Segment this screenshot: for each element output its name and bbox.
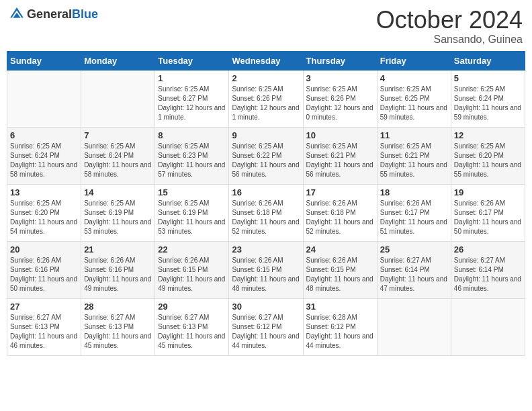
day-number: 19 (454, 187, 522, 197)
calendar-day-cell: 5Sunrise: 6:25 AMSunset: 6:24 PMDaylight… (451, 70, 525, 127)
calendar-day-cell (7, 70, 81, 127)
calendar-day-cell: 23Sunrise: 6:26 AMSunset: 6:15 PMDayligh… (229, 241, 303, 298)
day-number: 14 (84, 187, 152, 197)
day-number: 8 (158, 130, 226, 140)
day-info: Sunrise: 6:25 AMSunset: 6:20 PMDaylight:… (10, 199, 78, 236)
day-info: Sunrise: 6:28 AMSunset: 6:12 PMDaylight:… (306, 313, 374, 351)
day-info: Sunrise: 6:27 AMSunset: 6:14 PMDaylight:… (380, 256, 448, 293)
calendar-day-cell: 14Sunrise: 6:25 AMSunset: 6:19 PMDayligh… (81, 184, 155, 241)
day-number: 10 (306, 130, 374, 140)
day-number: 26 (454, 244, 522, 255)
calendar-day-cell: 30Sunrise: 6:27 AMSunset: 6:12 PMDayligh… (229, 298, 303, 355)
day-info: Sunrise: 6:26 AMSunset: 6:18 PMDaylight:… (232, 199, 300, 236)
calendar-day-cell: 6Sunrise: 6:25 AMSunset: 6:24 PMDaylight… (7, 127, 81, 184)
calendar-day-cell: 21Sunrise: 6:26 AMSunset: 6:16 PMDayligh… (81, 241, 155, 298)
day-info: Sunrise: 6:25 AMSunset: 6:24 PMDaylight:… (454, 85, 522, 122)
day-number: 5 (454, 73, 522, 83)
weekday-header: Monday (81, 51, 155, 70)
calendar-day-cell: 15Sunrise: 6:25 AMSunset: 6:19 PMDayligh… (155, 184, 229, 241)
day-info: Sunrise: 6:27 AMSunset: 6:13 PMDaylight:… (84, 313, 152, 351)
calendar-day-cell: 18Sunrise: 6:26 AMSunset: 6:17 PMDayligh… (377, 184, 451, 241)
calendar-day-cell: 8Sunrise: 6:25 AMSunset: 6:23 PMDaylight… (155, 127, 229, 184)
day-number: 20 (10, 244, 78, 255)
day-number: 30 (232, 302, 300, 312)
day-info: Sunrise: 6:25 AMSunset: 6:26 PMDaylight:… (306, 85, 374, 122)
calendar-day-cell: 10Sunrise: 6:25 AMSunset: 6:21 PMDayligh… (303, 127, 377, 184)
day-info: Sunrise: 6:26 AMSunset: 6:15 PMDaylight:… (158, 256, 226, 293)
day-info: Sunrise: 6:25 AMSunset: 6:22 PMDaylight:… (232, 142, 300, 179)
weekday-header: Sunday (7, 51, 81, 70)
weekday-header: Friday (377, 51, 451, 70)
location-title: Sansando, Guinea (376, 34, 523, 46)
day-info: Sunrise: 6:26 AMSunset: 6:17 PMDaylight:… (380, 199, 448, 236)
calendar-week-row: 6Sunrise: 6:25 AMSunset: 6:24 PMDaylight… (7, 127, 525, 184)
page-header: GeneralBlue October 2024 Sansando, Guine… (7, 7, 525, 46)
calendar-day-cell: 17Sunrise: 6:26 AMSunset: 6:18 PMDayligh… (303, 184, 377, 241)
weekday-header: Wednesday (229, 51, 303, 70)
day-info: Sunrise: 6:26 AMSunset: 6:15 PMDaylight:… (232, 256, 300, 293)
logo: GeneralBlue (9, 7, 98, 21)
day-number: 22 (158, 244, 226, 255)
calendar-day-cell: 26Sunrise: 6:27 AMSunset: 6:14 PMDayligh… (451, 241, 525, 298)
day-number: 17 (306, 187, 374, 197)
day-info: Sunrise: 6:25 AMSunset: 6:27 PMDaylight:… (158, 85, 226, 122)
calendar-day-cell (81, 70, 155, 127)
calendar-week-row: 1Sunrise: 6:25 AMSunset: 6:27 PMDaylight… (7, 70, 525, 127)
calendar-week-row: 20Sunrise: 6:26 AMSunset: 6:16 PMDayligh… (7, 241, 525, 298)
logo-general-text: General (27, 7, 72, 21)
calendar-day-cell: 7Sunrise: 6:25 AMSunset: 6:24 PMDaylight… (81, 127, 155, 184)
weekday-header: Tuesday (155, 51, 229, 70)
day-info: Sunrise: 6:25 AMSunset: 6:24 PMDaylight:… (84, 142, 152, 179)
day-info: Sunrise: 6:27 AMSunset: 6:13 PMDaylight:… (10, 313, 78, 351)
day-info: Sunrise: 6:25 AMSunset: 6:21 PMDaylight:… (380, 142, 448, 179)
calendar-day-cell: 9Sunrise: 6:25 AMSunset: 6:22 PMDaylight… (229, 127, 303, 184)
calendar-day-cell: 16Sunrise: 6:26 AMSunset: 6:18 PMDayligh… (229, 184, 303, 241)
day-number: 12 (454, 130, 522, 140)
day-number: 9 (232, 130, 300, 140)
day-info: Sunrise: 6:25 AMSunset: 6:25 PMDaylight:… (380, 85, 448, 122)
day-number: 25 (380, 244, 448, 255)
day-info: Sunrise: 6:27 AMSunset: 6:12 PMDaylight:… (232, 313, 300, 351)
day-number: 7 (84, 130, 152, 140)
day-number: 2 (232, 73, 300, 83)
calendar-day-cell: 29Sunrise: 6:27 AMSunset: 6:13 PMDayligh… (155, 298, 229, 355)
day-number: 18 (380, 187, 448, 197)
day-number: 13 (10, 187, 78, 197)
calendar-header-row: SundayMondayTuesdayWednesdayThursdayFrid… (7, 51, 525, 70)
calendar-week-row: 27Sunrise: 6:27 AMSunset: 6:13 PMDayligh… (7, 298, 525, 355)
day-info: Sunrise: 6:25 AMSunset: 6:26 PMDaylight:… (232, 85, 300, 122)
calendar-table: SundayMondayTuesdayWednesdayThursdayFrid… (7, 51, 525, 356)
logo-blue-text: Blue (72, 7, 98, 21)
day-number: 1 (158, 73, 226, 83)
calendar-day-cell: 28Sunrise: 6:27 AMSunset: 6:13 PMDayligh… (81, 298, 155, 355)
day-info: Sunrise: 6:26 AMSunset: 6:15 PMDaylight:… (306, 256, 374, 293)
day-info: Sunrise: 6:26 AMSunset: 6:16 PMDaylight:… (10, 256, 78, 293)
calendar-day-cell (377, 298, 451, 355)
calendar-day-cell: 22Sunrise: 6:26 AMSunset: 6:15 PMDayligh… (155, 241, 229, 298)
calendar-day-cell: 13Sunrise: 6:25 AMSunset: 6:20 PMDayligh… (7, 184, 81, 241)
calendar-day-cell: 12Sunrise: 6:25 AMSunset: 6:20 PMDayligh… (451, 127, 525, 184)
day-number: 16 (232, 187, 300, 197)
day-info: Sunrise: 6:25 AMSunset: 6:23 PMDaylight:… (158, 142, 226, 179)
calendar-day-cell: 1Sunrise: 6:25 AMSunset: 6:27 PMDaylight… (155, 70, 229, 127)
calendar-day-cell (451, 298, 525, 355)
calendar-day-cell: 24Sunrise: 6:26 AMSunset: 6:15 PMDayligh… (303, 241, 377, 298)
logo-icon (9, 7, 24, 21)
day-info: Sunrise: 6:26 AMSunset: 6:18 PMDaylight:… (306, 199, 374, 236)
day-info: Sunrise: 6:25 AMSunset: 6:21 PMDaylight:… (306, 142, 374, 179)
calendar-day-cell: 27Sunrise: 6:27 AMSunset: 6:13 PMDayligh… (7, 298, 81, 355)
calendar-day-cell: 20Sunrise: 6:26 AMSunset: 6:16 PMDayligh… (7, 241, 81, 298)
calendar-day-cell: 25Sunrise: 6:27 AMSunset: 6:14 PMDayligh… (377, 241, 451, 298)
title-block: October 2024 Sansando, Guinea (376, 7, 523, 46)
day-info: Sunrise: 6:27 AMSunset: 6:14 PMDaylight:… (454, 256, 522, 293)
day-info: Sunrise: 6:25 AMSunset: 6:19 PMDaylight:… (158, 199, 226, 236)
day-number: 6 (10, 130, 78, 140)
day-number: 3 (306, 73, 374, 83)
day-number: 31 (306, 302, 374, 312)
day-number: 11 (380, 130, 448, 140)
day-info: Sunrise: 6:25 AMSunset: 6:24 PMDaylight:… (10, 142, 78, 179)
calendar-day-cell: 19Sunrise: 6:26 AMSunset: 6:17 PMDayligh… (451, 184, 525, 241)
calendar-day-cell: 2Sunrise: 6:25 AMSunset: 6:26 PMDaylight… (229, 70, 303, 127)
day-number: 27 (10, 302, 78, 312)
day-number: 24 (306, 244, 374, 255)
